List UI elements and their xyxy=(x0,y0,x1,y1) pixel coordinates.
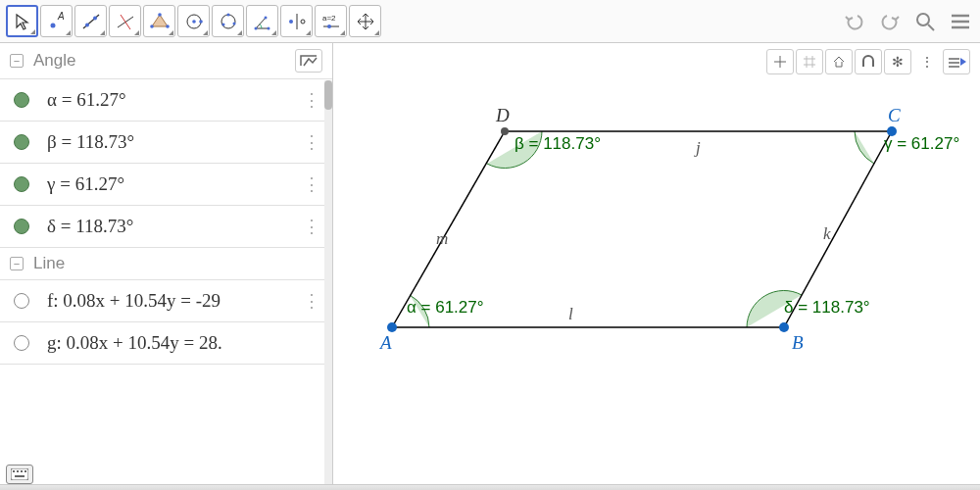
item-menu-icon[interactable]: ⋮ xyxy=(303,89,320,111)
angle-alpha-label: α = 61.27° xyxy=(407,298,484,317)
svg-line-6 xyxy=(121,15,130,29)
toolbar-right xyxy=(841,8,974,35)
svg-line-28 xyxy=(928,24,934,30)
collapse-icon[interactable]: − xyxy=(10,54,24,68)
tool-polygon[interactable] xyxy=(143,5,175,37)
tool-circle[interactable] xyxy=(177,5,210,37)
visibility-toggle[interactable] xyxy=(14,92,29,108)
svg-point-22 xyxy=(289,20,293,24)
item-menu-icon[interactable]: ⋮ xyxy=(303,131,320,153)
label-m: m xyxy=(436,229,448,248)
svg-point-19 xyxy=(267,26,270,29)
svg-point-27 xyxy=(917,14,929,25)
label-b: B xyxy=(792,332,804,353)
angle-gamma-arc xyxy=(855,131,874,164)
algebra-value: g: 0.08x + 10.54y = 28. xyxy=(47,332,318,354)
svg-point-0 xyxy=(50,23,55,27)
axes-toggle[interactable] xyxy=(766,49,794,74)
search-button[interactable] xyxy=(911,8,939,35)
algebra-value: β = 118.73° xyxy=(47,131,318,153)
visibility-toggle[interactable] xyxy=(14,219,29,234)
algebra-value: γ = 61.27° xyxy=(47,173,318,195)
graphics-toolbar: ✻ ⋮ xyxy=(766,49,970,74)
svg-point-10 xyxy=(150,24,154,28)
tool-angle[interactable] xyxy=(246,5,278,37)
svg-text:A: A xyxy=(57,12,65,22)
menu-button[interactable] xyxy=(947,8,974,35)
visibility-toggle[interactable] xyxy=(14,134,29,150)
algebra-section-angle[interactable]: − Angle xyxy=(0,43,332,79)
svg-rect-41 xyxy=(21,470,23,472)
item-menu-icon[interactable]: ⋮ xyxy=(303,173,320,195)
svg-point-17 xyxy=(232,22,235,24)
bottom-bar xyxy=(0,484,980,490)
tool-slider[interactable]: a=2 xyxy=(315,5,347,37)
collapse-icon[interactable]: − xyxy=(10,257,24,270)
algebra-item-f[interactable]: f: 0.08x + 10.54y = -29 ⋮ xyxy=(0,280,332,322)
svg-text:a=2: a=2 xyxy=(322,14,336,23)
svg-line-2 xyxy=(83,15,99,28)
redo-button[interactable] xyxy=(876,8,904,35)
label-d: D xyxy=(495,105,510,125)
angle-beta-label: β = 118.73° xyxy=(514,134,601,153)
label-k: k xyxy=(823,224,831,243)
more-button[interactable]: ⋮ xyxy=(913,49,941,74)
snap-button[interactable] xyxy=(855,49,882,74)
svg-point-16 xyxy=(226,13,229,16)
svg-point-13 xyxy=(199,20,203,24)
svg-marker-37 xyxy=(960,58,966,66)
svg-rect-40 xyxy=(17,470,19,472)
algebra-section-line[interactable]: − Line xyxy=(0,248,332,280)
svg-rect-38 xyxy=(11,468,28,480)
item-menu-icon[interactable]: ⋮ xyxy=(303,290,320,312)
virtual-keyboard-button[interactable] xyxy=(6,465,33,484)
algebra-value: α = 61.27° xyxy=(47,89,318,111)
point-d[interactable] xyxy=(501,127,509,135)
tool-ellipse[interactable] xyxy=(212,5,244,37)
algebra-view-menu[interactable] xyxy=(295,49,322,73)
label-a: A xyxy=(378,332,392,353)
graphics-view[interactable]: ✻ ⋮ A B C D j k xyxy=(333,43,980,490)
home-button[interactable] xyxy=(825,49,853,74)
tool-perpendicular[interactable] xyxy=(109,5,141,37)
tool-point[interactable]: A xyxy=(40,5,73,37)
algebra-item-alpha[interactable]: α = 61.27° ⋮ xyxy=(0,79,332,122)
algebra-item-delta[interactable]: δ = 118.73° ⋮ xyxy=(0,206,332,248)
algebra-view: − Angle α = 61.27° ⋮ β = 118.73° ⋮ γ = 6… xyxy=(0,43,333,490)
style-bar-button[interactable] xyxy=(943,49,970,74)
grid-toggle[interactable] xyxy=(796,49,823,74)
algebra-scrollbar[interactable] xyxy=(324,80,332,490)
point-b[interactable] xyxy=(779,322,789,332)
visibility-toggle[interactable] xyxy=(14,335,29,351)
svg-point-15 xyxy=(221,23,224,25)
svg-point-26 xyxy=(327,24,331,28)
section-label: Line xyxy=(33,254,65,273)
label-j: j xyxy=(694,138,701,157)
label-l: l xyxy=(568,305,573,323)
svg-point-4 xyxy=(93,16,97,20)
tool-move[interactable] xyxy=(6,5,38,37)
section-label: Angle xyxy=(33,51,75,71)
svg-point-14 xyxy=(221,15,235,28)
tool-reflect[interactable] xyxy=(280,5,313,37)
svg-point-18 xyxy=(254,26,257,29)
algebra-item-g[interactable]: g: 0.08x + 10.54y = 28. xyxy=(0,322,332,365)
undo-button[interactable] xyxy=(841,8,868,35)
settings-button[interactable]: ✻ xyxy=(884,49,911,74)
svg-point-9 xyxy=(166,24,170,28)
angle-gamma-label: γ = 61.27° xyxy=(884,134,959,153)
algebra-item-gamma[interactable]: γ = 61.27° ⋮ xyxy=(0,164,332,206)
svg-point-12 xyxy=(192,20,196,24)
visibility-toggle[interactable] xyxy=(14,293,29,309)
item-menu-icon[interactable]: ⋮ xyxy=(303,216,320,237)
svg-point-8 xyxy=(158,13,162,17)
visibility-toggle[interactable] xyxy=(14,176,29,192)
svg-rect-43 xyxy=(15,475,24,477)
point-a[interactable] xyxy=(387,322,397,332)
algebra-item-beta[interactable]: β = 118.73° ⋮ xyxy=(0,122,332,164)
tool-move-view[interactable] xyxy=(349,5,381,37)
svg-point-20 xyxy=(264,16,267,19)
svg-rect-39 xyxy=(13,470,15,472)
tool-line[interactable] xyxy=(74,5,107,37)
graphics-canvas[interactable]: A B C D j k l m α = 61.27° β = 118.73° γ… xyxy=(333,43,980,490)
